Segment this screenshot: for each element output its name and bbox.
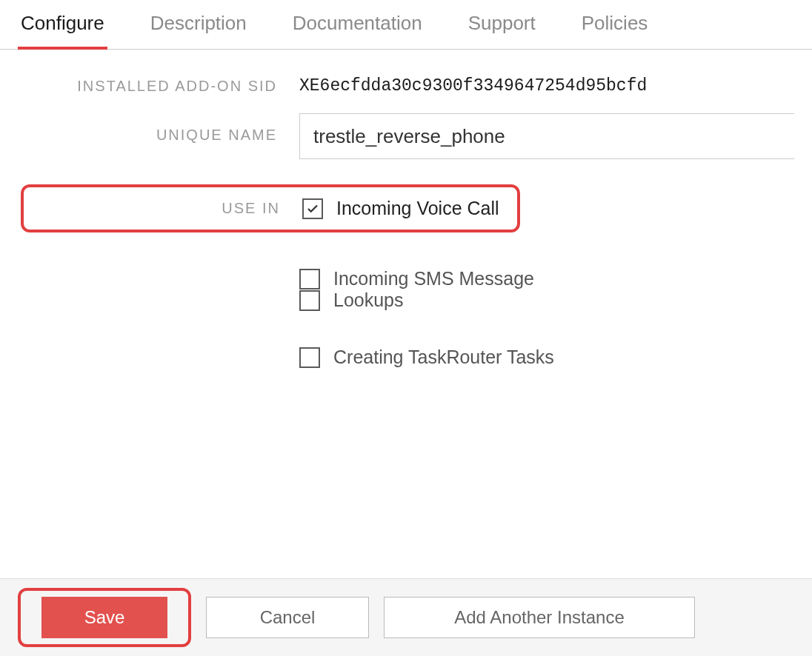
checkbox-taskrouter[interactable] xyxy=(299,347,320,368)
tab-documentation[interactable]: Documentation xyxy=(290,6,425,50)
checkbox-label-voice: Incoming Voice Call xyxy=(336,198,499,219)
configure-form: INSTALLED ADD-ON SID XE6ecfdda30c9300f33… xyxy=(0,50,812,368)
checkbox-row-lookups: Lookups xyxy=(299,289,794,311)
tab-bar: Configure Description Documentation Supp… xyxy=(0,6,812,50)
check-icon xyxy=(306,202,319,215)
checkbox-label-lookups: Lookups xyxy=(333,289,404,311)
tab-configure[interactable]: Configure xyxy=(18,6,107,50)
add-another-instance-button[interactable]: Add Another Instance xyxy=(384,597,695,638)
input-unique-name[interactable] xyxy=(299,113,794,159)
row-unique-name: UNIQUE NAME xyxy=(18,113,794,159)
row-sid: INSTALLED ADD-ON SID XE6ecfdda30c9300f33… xyxy=(18,72,794,96)
save-button[interactable]: Save xyxy=(41,597,167,638)
tab-policies[interactable]: Policies xyxy=(579,6,651,50)
label-use-in: USE IN xyxy=(24,200,302,217)
value-sid: XE6ecfdda30c9300f3349647254d95bcfd xyxy=(299,72,794,96)
highlight-save: Save xyxy=(18,588,191,647)
action-bar: Save Cancel Add Another Instance xyxy=(0,578,812,656)
use-in-options: Incoming SMS Message Lookups Creating Ta… xyxy=(299,268,794,368)
checkbox-sms[interactable] xyxy=(299,269,320,289)
checkbox-label-sms: Incoming SMS Message xyxy=(333,268,534,289)
cancel-button[interactable]: Cancel xyxy=(206,597,369,638)
checkbox-voice[interactable] xyxy=(302,198,323,219)
checkbox-row-sms: Incoming SMS Message xyxy=(299,268,794,289)
checkbox-row-voice: Incoming Voice Call xyxy=(302,198,499,219)
checkbox-lookups[interactable] xyxy=(299,290,320,311)
highlight-use-in-voice: USE IN Incoming Voice Call xyxy=(21,184,520,232)
checkbox-label-taskrouter: Creating TaskRouter Tasks xyxy=(333,347,554,368)
tab-description[interactable]: Description xyxy=(147,6,250,50)
label-unique-name: UNIQUE NAME xyxy=(156,127,277,143)
label-sid: INSTALLED ADD-ON SID xyxy=(77,78,277,94)
tab-support[interactable]: Support xyxy=(465,6,539,50)
checkbox-row-taskrouter: Creating TaskRouter Tasks xyxy=(299,347,794,368)
